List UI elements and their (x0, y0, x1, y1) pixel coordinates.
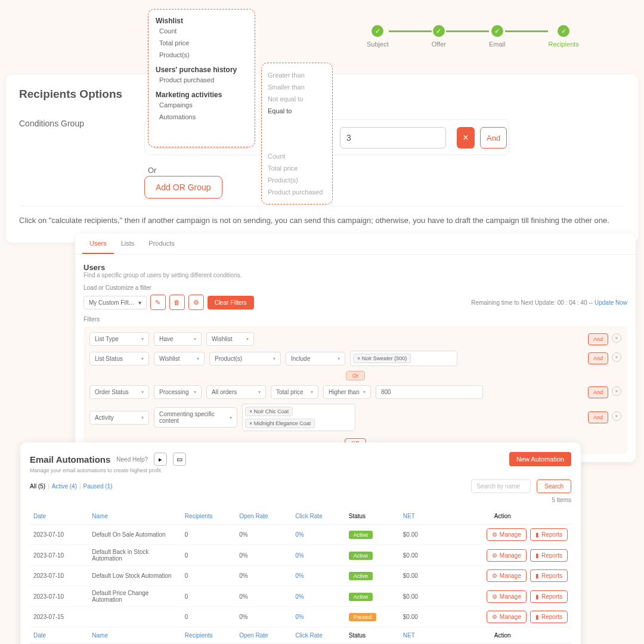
tag-chip[interactable]: × Noir Sweater (500) (353, 354, 411, 363)
dropdown-item[interactable]: Product purchased (268, 186, 326, 198)
filter-select[interactable]: Commenting specific content▾ (154, 407, 237, 428)
tab-products[interactable]: Products (141, 234, 181, 254)
remove-condition-button[interactable]: × (457, 127, 475, 148)
dropdown-item[interactable]: Count (268, 150, 326, 162)
automations-table: Date Name Recipients Open Rate Click Rat… (30, 508, 571, 644)
tag-input[interactable]: × Noir Sweater (500) (350, 351, 457, 366)
col-date[interactable]: Date (30, 508, 88, 525)
filter-select[interactable]: Include▾ (286, 352, 345, 366)
filter-select[interactable]: Wishlist▾ (154, 352, 205, 366)
filter-select[interactable]: Processing▾ (154, 385, 202, 399)
step-line (505, 30, 548, 32)
dropdown-item[interactable]: Total price (268, 162, 326, 174)
filter-select[interactable]: All orders▾ (206, 385, 266, 399)
tag-chip[interactable]: × Noir Chic Coat (245, 407, 293, 416)
gear-icon: ⚙ (492, 572, 497, 579)
filter-active[interactable]: Active (4) (52, 483, 77, 490)
tab-lists[interactable]: Lists (114, 234, 142, 254)
filter-all[interactable]: All (5) (30, 483, 45, 490)
filter-select[interactable]: Product(s)▾ (209, 352, 281, 366)
col-status: Status (345, 508, 400, 525)
help-docs-button[interactable]: ▭ (173, 453, 186, 466)
step-offer[interactable]: ✓Offer (432, 25, 446, 48)
reports-button[interactable]: ▮Reports (530, 569, 568, 582)
dropdown-item[interactable]: Automations (156, 111, 247, 123)
clear-filters-button[interactable]: Clear Filters (208, 296, 254, 309)
col-net[interactable]: NET (400, 508, 434, 525)
table-row: 2023-07-10Default Price Change Automatio… (30, 586, 571, 607)
status-badge: Active (349, 531, 373, 539)
search-input[interactable]: Search by name (471, 479, 531, 493)
reports-button[interactable]: ▮Reports (530, 528, 568, 541)
filter-paused[interactable]: Paused (1) (83, 483, 113, 490)
add-or-group-button[interactable]: Add OR Group (144, 176, 222, 199)
dropdown-item[interactable]: Product(s) (156, 49, 247, 61)
update-now-link[interactable]: Update Now (595, 299, 627, 306)
condition-value-input[interactable]: 3 (340, 127, 446, 148)
manage-button[interactable]: ⚙Manage (487, 590, 527, 603)
dropdown-item[interactable]: Not equal to (268, 93, 326, 105)
remove-row-button[interactable]: × (612, 352, 621, 362)
manage-button[interactable]: ⚙Manage (487, 549, 527, 562)
step-recipients[interactable]: ✓Recipients (548, 25, 578, 48)
and-chip[interactable]: And (588, 386, 608, 398)
step-subject[interactable]: ✓Subject (367, 25, 389, 48)
chart-icon: ▮ (535, 593, 539, 600)
filter-select[interactable]: Activity▾ (89, 411, 149, 425)
delete-filter-button[interactable]: 🗑 (169, 295, 185, 310)
remove-row-button[interactable]: × (612, 411, 621, 421)
automations-card: Email Automations Need Help? ▸ ▭ New Aut… (20, 442, 581, 644)
dropdown-item[interactable]: Campaings (156, 99, 247, 111)
filter-select[interactable]: Have▾ (154, 332, 202, 346)
dropdown-item[interactable]: Total price (156, 37, 247, 49)
table-row: 2023-07-1500%0%Paused$0.00⚙Manage▮Report… (30, 607, 571, 627)
filter-select[interactable]: Wishlist▾ (206, 332, 254, 346)
dropdown-item[interactable]: Product(s) (268, 174, 326, 186)
dropdown-item[interactable]: Smaller than (268, 81, 326, 93)
filter-preset-select[interactable]: My Custom Filt…▾ (83, 296, 147, 309)
dropdown-item[interactable]: Equal to (268, 105, 326, 117)
filter-select[interactable]: List Status▾ (89, 352, 149, 366)
manage-button[interactable]: ⚙Manage (487, 569, 527, 582)
trash-icon: 🗑 (174, 299, 180, 306)
col-name[interactable]: Name (88, 508, 181, 525)
dropdown-group-wishlist: Wishlist (156, 17, 247, 25)
tag-chip[interactable]: × Midnight Elegance Coat (245, 419, 315, 428)
manage-button[interactable]: ⚙Manage (487, 611, 527, 623)
and-chip[interactable]: And (588, 411, 608, 423)
tab-users[interactable]: Users (82, 234, 114, 254)
help-video-button[interactable]: ▸ (154, 453, 167, 466)
dropdown-item[interactable]: Greater than (268, 69, 326, 81)
remove-row-button[interactable]: × (612, 386, 621, 396)
remove-row-button[interactable]: × (612, 333, 621, 343)
filter-select[interactable]: List Type▾ (89, 332, 149, 346)
col-recipients[interactable]: Recipients (181, 508, 236, 525)
dropdown-item[interactable]: Count (156, 25, 247, 37)
settings-filter-button[interactable]: ⚙ (188, 295, 204, 310)
filter-select[interactable]: Order Status▾ (89, 385, 149, 399)
and-chip[interactable]: And (588, 352, 608, 364)
add-and-button[interactable]: And (480, 127, 507, 148)
reports-button[interactable]: ▮Reports (530, 549, 568, 562)
tag-input[interactable]: × Noir Chic Coat× Midnight Elegance Coat (242, 404, 355, 431)
section-title: Users (83, 263, 627, 272)
tabs: Users Lists Products (75, 234, 636, 255)
filter-select[interactable]: Higher than▾ (323, 385, 371, 399)
manage-button[interactable]: ⚙Manage (487, 528, 527, 541)
search-button[interactable]: Search (537, 479, 571, 493)
reports-button[interactable]: ▮Reports (530, 611, 568, 623)
dropdown-item[interactable]: Product purchased (156, 74, 247, 86)
section-subtitle: Find a specific group of users by settin… (83, 272, 627, 278)
filter-value-input[interactable]: 800 (376, 385, 483, 399)
dropdown-group-marketing: Marketing activities (156, 91, 247, 99)
col-click-rate[interactable]: Click Rate (292, 508, 345, 525)
gear-icon: ⚙ (492, 531, 497, 538)
gear-icon: ⚙ (492, 593, 497, 600)
and-chip[interactable]: And (588, 333, 608, 345)
reports-button[interactable]: ▮Reports (530, 590, 568, 603)
new-automation-button[interactable]: New Automation (509, 452, 571, 466)
filter-select[interactable]: Total price▾ (271, 385, 318, 399)
step-email[interactable]: ✓Email (489, 25, 506, 48)
col-open-rate[interactable]: Open Rate (236, 508, 292, 525)
edit-filter-button[interactable]: ✎ (150, 295, 166, 310)
